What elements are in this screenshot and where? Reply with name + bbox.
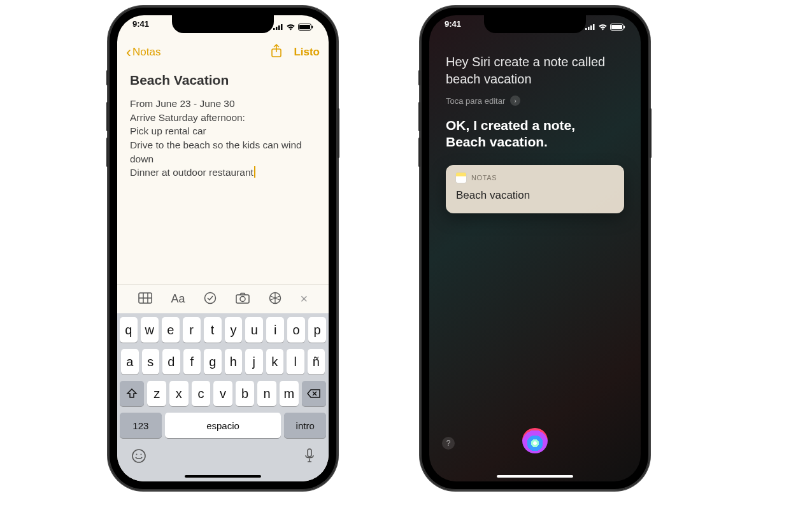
- key-s[interactable]: s: [142, 349, 160, 374]
- svg-point-18: [132, 450, 145, 462]
- key-numbers[interactable]: 123: [120, 413, 162, 438]
- key-m[interactable]: m: [280, 381, 299, 406]
- home-indicator[interactable]: [185, 475, 261, 478]
- key-backspace[interactable]: [302, 381, 326, 406]
- svg-rect-21: [308, 449, 311, 457]
- checklist-icon[interactable]: [204, 292, 217, 307]
- siri-note-card[interactable]: NOTAS Beach vacation: [446, 165, 624, 213]
- notes-format-toolbar: Aa ×: [117, 284, 329, 313]
- back-label: Notas: [132, 46, 160, 59]
- key-w[interactable]: w: [141, 317, 159, 343]
- emoji-icon[interactable]: [131, 448, 146, 466]
- siri-orb-icon[interactable]: [522, 428, 548, 453]
- cellular-icon: [585, 24, 595, 30]
- svg-rect-30: [624, 25, 625, 28]
- key-n[interactable]: n: [257, 381, 276, 406]
- close-icon[interactable]: ×: [300, 292, 308, 306]
- note-title: Beach Vacation: [130, 73, 316, 88]
- siri-content: Hey Siri create a note called beach vaca…: [429, 53, 641, 213]
- chevron-left-icon: ‹: [126, 45, 131, 60]
- wifi-icon: [598, 24, 608, 31]
- key-c[interactable]: c: [192, 381, 211, 406]
- key-i[interactable]: i: [266, 317, 284, 343]
- key-z[interactable]: z: [147, 381, 166, 406]
- note-line: Dinner at outdoor restaurant: [130, 166, 316, 180]
- draw-icon[interactable]: [269, 292, 281, 307]
- key-x[interactable]: x: [169, 381, 189, 406]
- key-y[interactable]: y: [225, 317, 243, 343]
- svg-point-12: [205, 292, 216, 303]
- key-q[interactable]: q: [120, 317, 138, 343]
- svg-rect-27: [593, 24, 595, 30]
- key-f[interactable]: f: [183, 349, 201, 374]
- cellular-icon: [273, 24, 283, 30]
- iphone-frame-right: 9:41 Hey Siri create a note called beach…: [420, 6, 650, 490]
- back-button[interactable]: ‹ Notas: [126, 45, 160, 60]
- tap-to-edit-button[interactable]: Toca para editar ›: [446, 96, 624, 106]
- key-p[interactable]: p: [308, 317, 326, 343]
- battery-icon: [610, 24, 625, 31]
- key-h[interactable]: h: [225, 349, 243, 374]
- key-v[interactable]: v: [213, 381, 232, 406]
- note-line: From June 23 - June 30: [130, 97, 316, 111]
- svg-point-20: [141, 454, 142, 455]
- keyboard: q w e r t y u i o p a s d f g h: [117, 313, 329, 481]
- done-button[interactable]: Listo: [294, 46, 320, 59]
- siri-response-line: Beach vacation.: [446, 134, 624, 150]
- siri-help-button[interactable]: ?: [442, 437, 455, 450]
- note-line: Pick up rental car: [130, 124, 316, 138]
- key-a[interactable]: a: [121, 349, 139, 374]
- svg-rect-29: [611, 25, 622, 29]
- key-space[interactable]: espacio: [165, 413, 281, 438]
- text-format-icon[interactable]: Aa: [171, 292, 185, 306]
- key-j[interactable]: j: [245, 349, 263, 374]
- svg-rect-1: [276, 27, 278, 30]
- power-button: [338, 108, 339, 158]
- volume-down-button: [106, 138, 108, 167]
- notes-app-icon: [456, 173, 466, 183]
- key-e[interactable]: e: [162, 317, 180, 343]
- silence-switch: [418, 70, 420, 85]
- volume-up-button: [418, 102, 420, 131]
- key-b[interactable]: b: [236, 381, 255, 406]
- key-r[interactable]: r: [183, 317, 201, 343]
- notch: [172, 15, 274, 33]
- svg-rect-5: [299, 25, 310, 29]
- key-o[interactable]: o: [287, 317, 305, 343]
- key-g[interactable]: g: [204, 349, 222, 374]
- silence-switch: [106, 70, 108, 85]
- card-note-title: Beach vacation: [456, 189, 614, 202]
- siri-response-line: OK, I created a note,: [446, 117, 624, 134]
- notes-app-screen: 9:41 ‹ Notas: [117, 15, 329, 481]
- key-d[interactable]: d: [162, 349, 180, 374]
- chevron-right-icon: ›: [510, 96, 520, 106]
- note-line: Arrive Saturday afternoon:: [130, 111, 316, 125]
- card-app-label: NOTAS: [471, 174, 497, 181]
- key-return[interactable]: intro: [284, 413, 326, 438]
- key-l[interactable]: l: [287, 349, 304, 374]
- note-body[interactable]: Beach Vacation From June 23 - June 30 Ar…: [117, 66, 329, 284]
- key-shift[interactable]: [120, 381, 144, 406]
- svg-point-19: [136, 454, 138, 455]
- key-k[interactable]: k: [266, 349, 284, 374]
- home-indicator[interactable]: [497, 475, 573, 478]
- iphone-frame-left: 9:41 ‹ Notas: [108, 6, 338, 490]
- status-time: 9:41: [445, 19, 461, 34]
- tap-to-edit-label: Toca para editar: [446, 96, 505, 106]
- siri-screen: 9:41 Hey Siri create a note called beach…: [429, 15, 641, 481]
- share-icon[interactable]: [271, 44, 282, 60]
- wifi-icon: [286, 24, 296, 31]
- svg-rect-26: [590, 25, 592, 30]
- key-u[interactable]: u: [245, 317, 263, 343]
- key-ñ[interactable]: ñ: [308, 349, 325, 374]
- key-t[interactable]: t: [204, 317, 222, 343]
- camera-icon[interactable]: [236, 292, 250, 306]
- svg-rect-24: [585, 28, 587, 30]
- table-icon[interactable]: [138, 292, 152, 306]
- battery-icon: [298, 24, 313, 31]
- svg-rect-3: [281, 24, 283, 30]
- volume-up-button: [106, 102, 108, 131]
- microphone-icon[interactable]: [304, 448, 315, 466]
- navigation-bar: ‹ Notas Listo: [117, 39, 329, 65]
- siri-user-request[interactable]: Hey Siri create a note called beach vaca…: [446, 53, 624, 88]
